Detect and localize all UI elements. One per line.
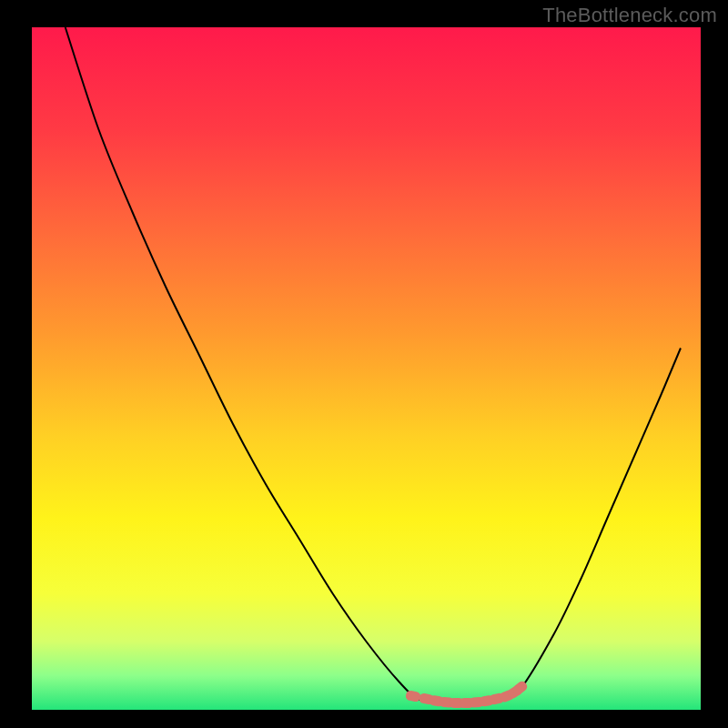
bottleneck-curve-chart (0, 0, 728, 728)
watermark-label: TheBottleneck.com (542, 4, 717, 27)
gradient-background (32, 27, 701, 710)
chart-frame: TheBottleneck.com (0, 0, 728, 728)
